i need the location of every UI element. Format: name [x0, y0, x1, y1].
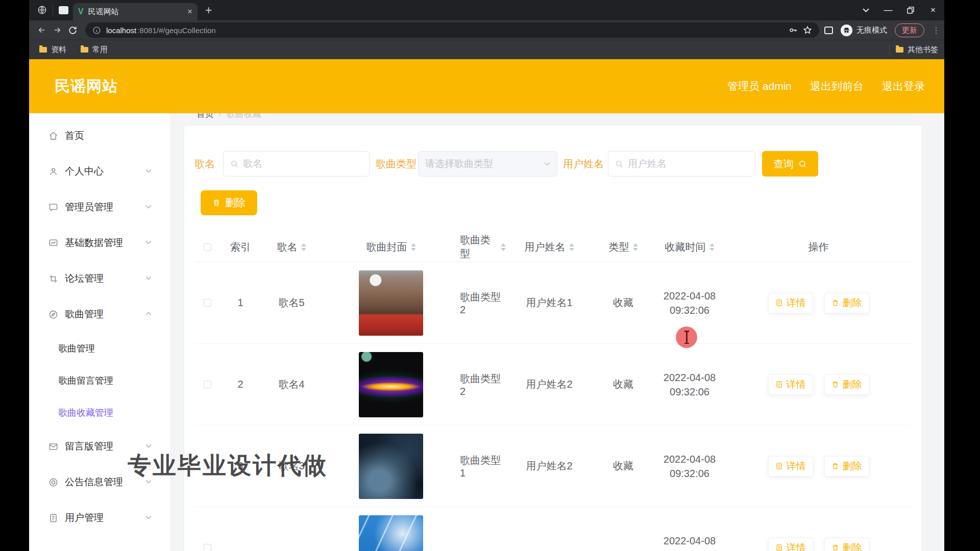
- minimize-button[interactable]: —: [877, 0, 899, 20]
- filter-user-label: 用户姓名: [563, 151, 604, 177]
- col-song-type[interactable]: 歌曲类型: [460, 233, 506, 261]
- sidebar-item-home[interactable]: 首页: [29, 118, 170, 154]
- sidebar-item-forum-management[interactable]: 论坛管理: [29, 261, 170, 296]
- detail-button[interactable]: 详情: [768, 538, 813, 551]
- delete-button[interactable]: 删除: [824, 456, 869, 477]
- bookmark-label: 资料: [51, 45, 66, 55]
- chart-icon: [48, 238, 58, 248]
- category: 收藏: [593, 459, 654, 473]
- album-cover: [359, 270, 423, 336]
- new-tab-button[interactable]: +: [205, 4, 212, 16]
- sidebar-item-song-management[interactable]: 歌曲管理: [29, 296, 170, 332]
- chevron-down-icon: [544, 162, 550, 166]
- song-type: 歌曲类型2: [460, 372, 506, 397]
- album-cover: [359, 434, 423, 499]
- collect-time: 09:32:06: [670, 548, 709, 551]
- info-icon[interactable]: [92, 26, 101, 35]
- detail-button[interactable]: 详情: [768, 374, 813, 395]
- back-icon[interactable]: [34, 26, 50, 35]
- sort-icon[interactable]: [633, 243, 638, 251]
- song-name-input-wrap: [223, 151, 370, 177]
- vue-favicon-icon: V: [78, 8, 84, 16]
- browser-tab[interactable]: V 民谣网站 ×: [73, 3, 198, 20]
- bookmark-item[interactable]: 常用: [81, 45, 108, 55]
- user-name-input[interactable]: [628, 158, 753, 169]
- filter-row: 歌名 歌曲类型 请选择歌曲类型 用户姓名 查询: [184, 151, 922, 177]
- mail-icon: [48, 442, 58, 452]
- row-checkbox[interactable]: [204, 381, 211, 388]
- circle-dot-icon: [48, 478, 58, 487]
- col-time[interactable]: 收藏时间: [654, 240, 725, 254]
- logout-link[interactable]: 退出登录: [882, 79, 925, 93]
- col-song-name[interactable]: 歌名: [261, 240, 322, 254]
- detail-button[interactable]: 详情: [768, 456, 813, 477]
- user-name-input-wrap: [608, 151, 755, 177]
- bulk-delete-button[interactable]: 删除: [201, 190, 257, 215]
- select-all-checkbox[interactable]: [204, 243, 211, 251]
- delete-button[interactable]: 删除: [824, 293, 869, 313]
- song-name: 歌名5: [261, 296, 322, 310]
- search-icon: [615, 160, 624, 168]
- update-button[interactable]: 更新: [895, 23, 924, 37]
- bookmark-star-icon[interactable]: [803, 26, 812, 35]
- browser-window: V 民谣网站 × + — × l: [29, 0, 944, 551]
- tab-search-chevron-icon[interactable]: [854, 0, 877, 20]
- detail-button[interactable]: 详情: [768, 293, 813, 313]
- sidebar-subitem-song-collection-management[interactable]: 歌曲收藏管理: [29, 396, 170, 429]
- col-category[interactable]: 类型: [593, 240, 654, 254]
- sidebar-item-personal-center[interactable]: 个人中心: [29, 154, 170, 189]
- song-type: 歌曲类型2: [460, 290, 506, 316]
- browser-toolbar: localhost:8081/#/gequCollection 无痕模式 更新 …: [29, 20, 944, 40]
- sort-icon[interactable]: [411, 243, 416, 251]
- sort-icon[interactable]: [709, 243, 715, 251]
- exit-to-front-link[interactable]: 退出到前台: [810, 79, 864, 93]
- user-name: 用户姓名1: [506, 296, 593, 310]
- admin-user-label: 管理员 admin: [727, 79, 792, 93]
- user-name: 用户姓名2: [506, 459, 593, 473]
- other-bookmarks-label: 其他书签: [908, 45, 938, 55]
- album-cover: [359, 352, 423, 417]
- table-row: 1 歌名5 歌曲类型2 用户姓名1 收藏 2022-04-0809:32:06 …: [194, 262, 912, 344]
- song-name-input[interactable]: [243, 158, 368, 169]
- bookmark-item[interactable]: 资料: [39, 45, 66, 55]
- search-button[interactable]: 查询: [762, 151, 818, 177]
- song-type-select[interactable]: 请选择歌曲类型: [418, 151, 557, 177]
- tab-close-icon[interactable]: ×: [187, 7, 192, 17]
- sidebar-item-user-management[interactable]: 用户管理: [29, 500, 170, 536]
- compass-icon: [48, 310, 58, 319]
- tab-title: 民谣网站: [88, 7, 183, 17]
- sidebar-item-basic-data-management[interactable]: 基础数据管理: [29, 225, 170, 261]
- album-cover: [359, 515, 423, 551]
- incognito-badge: 无痕模式: [841, 24, 887, 36]
- sort-icon[interactable]: [301, 243, 306, 251]
- row-index: 2: [220, 379, 261, 390]
- address-bar[interactable]: localhost:8081/#/gequCollection: [85, 22, 819, 38]
- sort-icon[interactable]: [501, 243, 506, 251]
- col-cover[interactable]: 歌曲封面: [322, 240, 460, 254]
- delete-button[interactable]: 删除: [824, 374, 869, 395]
- side-panel-icon[interactable]: [824, 27, 833, 34]
- select-placeholder: 请选择歌曲类型: [425, 157, 493, 170]
- col-user[interactable]: 用户姓名: [506, 240, 593, 254]
- row-checkbox[interactable]: [204, 544, 211, 551]
- close-window-button[interactable]: ×: [922, 0, 944, 20]
- forward-icon[interactable]: [50, 26, 65, 35]
- table-row: 2022-04-0809:32:06 详情 删除: [194, 507, 912, 551]
- trash-icon: [212, 198, 220, 207]
- row-checkbox[interactable]: [204, 299, 211, 307]
- delete-button[interactable]: 删除: [824, 538, 869, 551]
- other-bookmarks-button[interactable]: 其他书签: [896, 45, 938, 55]
- divider: [889, 45, 890, 55]
- song-name: 歌名4: [261, 378, 322, 391]
- sort-icon[interactable]: [569, 243, 574, 251]
- reload-icon[interactable]: [65, 26, 80, 35]
- sidebar-subitem-song-comment-management[interactable]: 歌曲留言管理: [29, 364, 170, 396]
- content-card: 歌名 歌曲类型 请选择歌曲类型 用户姓名 查询: [184, 126, 922, 551]
- sidebar-item-admin-management[interactable]: 管理员管理: [29, 189, 170, 225]
- menu-kebab-icon[interactable]: ⋮: [932, 29, 936, 32]
- restore-button[interactable]: [899, 0, 922, 20]
- password-key-icon[interactable]: [789, 26, 798, 35]
- pinned-tab-icon[interactable]: [59, 6, 68, 14]
- sidebar-subitem-song-management[interactable]: 歌曲管理: [29, 332, 170, 364]
- globe-icon[interactable]: [37, 5, 47, 15]
